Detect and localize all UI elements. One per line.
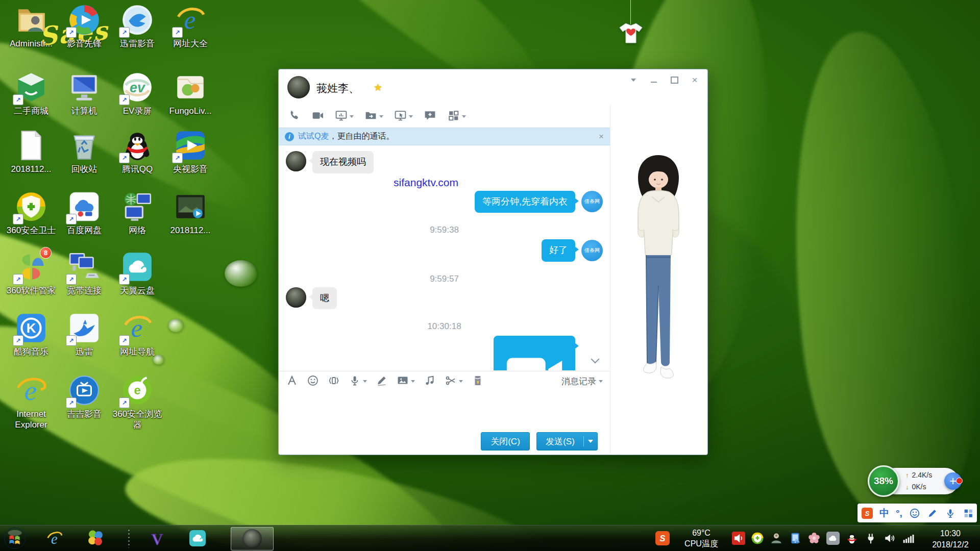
net-speed-widget[interactable]: 38% ↑2.4K/s ↓0K/s +	[868, 465, 962, 497]
more-apps-caret-icon[interactable]	[462, 115, 466, 118]
self-avatar[interactable]: 借条网	[581, 240, 603, 261]
window-shake-button[interactable]	[328, 374, 340, 389]
favorite-star-icon[interactable]	[374, 82, 382, 93]
power-tray-icon[interactable]	[864, 532, 877, 545]
message-bubble[interactable]: 现在视频吗	[312, 151, 374, 173]
desktop-icon-fungo-7[interactable]: FungoLiv...	[164, 70, 216, 117]
taskbar-clock[interactable]: 10:30 2018/12/2	[925, 528, 976, 550]
ime-handwriting-icon[interactable]	[927, 508, 938, 519]
desktop-icon-soft360-16[interactable]: ↗8360软件管家	[5, 250, 57, 296]
ime-emoji-icon[interactable]	[909, 508, 920, 519]
remote-desktop-button[interactable]	[394, 109, 413, 124]
desktop-icon-ie-3[interactable]: e↗网址大全	[164, 3, 216, 49]
ime-voice-icon[interactable]	[945, 508, 956, 519]
font-format-button[interactable]	[286, 374, 298, 389]
minimize-button[interactable]	[648, 75, 659, 85]
desktop-icon-cctv-11[interactable]: ↗央视影音	[164, 129, 216, 175]
desktop-icon-greenBox-4[interactable]: ↗二手商城	[5, 70, 57, 117]
desktop-icon-doc-8[interactable]: 2018112...	[5, 129, 57, 175]
sogou-tray-icon[interactable]: S	[655, 531, 670, 545]
peer-avatar[interactable]	[286, 151, 306, 171]
self-avatar[interactable]: 借条网	[581, 191, 603, 212]
desktop-icon-qq-10[interactable]: ↗腾讯QQ	[111, 129, 163, 175]
send-button-label[interactable]: 发送(S)	[537, 436, 583, 447]
message-history-button[interactable]: 消息记录	[561, 375, 603, 387]
screen-share-caret-icon[interactable]	[350, 115, 354, 118]
desktop-icon-thunderPlay-2[interactable]: ↗迅雷影音	[111, 3, 163, 49]
send-button[interactable]: 发送(S)	[536, 432, 598, 450]
desktop-icon-ie-21[interactable]: e↗网址导航	[111, 311, 163, 358]
desktop-icon-folderUser-0[interactable]: Administr...	[5, 3, 57, 49]
desktop-icon-shield360-12[interactable]: ↗360安全卫士	[5, 190, 57, 236]
red-packet-button[interactable]: ¥	[472, 374, 484, 389]
send-options-caret-icon[interactable]	[584, 440, 597, 443]
announcement-tray-icon[interactable]	[732, 532, 745, 545]
chat-link-text[interactable]: sifangktv.com	[394, 177, 458, 189]
send-file-button[interactable]	[364, 109, 383, 124]
maximize-button[interactable]	[669, 75, 680, 85]
window-menu-caret-icon[interactable]	[628, 75, 639, 85]
phone-assistant-tray-icon[interactable]	[789, 532, 802, 545]
qmai-tip-link[interactable]: 试试Q麦	[298, 131, 329, 142]
cloud-sync-tray-icon[interactable]	[826, 532, 840, 545]
more-apps-button[interactable]	[447, 109, 466, 124]
360-safety-tray-icon[interactable]	[751, 532, 764, 545]
emoticon-button[interactable]	[307, 374, 319, 389]
video-call-button[interactable]	[311, 109, 324, 124]
desktop-icon-ieBig-22[interactable]: eInternet Explorer	[5, 373, 57, 430]
volume-tray-icon[interactable]	[883, 532, 896, 545]
taskbar-active-chat[interactable]	[231, 527, 274, 550]
voice-message-caret-icon[interactable]	[363, 380, 367, 383]
send-image-caret-icon[interactable]	[411, 380, 415, 383]
voice-message-button[interactable]	[349, 374, 367, 389]
desktop-icon-xunlei-20[interactable]: ↗迅雷	[58, 311, 110, 358]
ime-logo-icon[interactable]: S	[862, 508, 873, 519]
start-button[interactable]	[3, 527, 27, 550]
voice-call-button[interactable]	[288, 109, 301, 124]
network-tray-icon[interactable]	[902, 532, 915, 545]
memory-usage-ball[interactable]: 38%	[868, 465, 899, 497]
screen-share-button[interactable]	[335, 109, 354, 124]
ime-mode-chinese[interactable]: 中	[879, 508, 889, 518]
boost-plus-button[interactable]: +	[944, 472, 962, 490]
close-chat-button[interactable]: 关闭(C)	[481, 432, 530, 450]
taskbar-ie[interactable]: e	[45, 529, 64, 548]
desktop-icon-ev-6[interactable]: ev↗EV录屏	[111, 70, 163, 117]
desktop-icon-jiji-23[interactable]: ↗吉吉影音	[58, 373, 110, 420]
desktop-icon-yingyin-1[interactable]: ↗影音先锋	[58, 3, 110, 49]
close-window-button[interactable]	[689, 75, 700, 85]
music-share-button[interactable]	[424, 374, 436, 389]
screenshot-caret-icon[interactable]	[459, 380, 463, 383]
contact-avatar[interactable]	[287, 76, 310, 98]
qq-tray-icon[interactable]	[845, 532, 859, 545]
ime-punctuation[interactable]: °,	[896, 508, 902, 518]
scroll-to-bottom-icon[interactable]	[589, 355, 602, 365]
qq-show-panel[interactable]	[610, 105, 707, 454]
desktop-icon-broadband-17[interactable]: ↗宽带连接	[58, 250, 110, 296]
desktop-icon-baidu-13[interactable]: ↗百度网盘	[58, 190, 110, 236]
desktop-icon-videoThumb-15[interactable]: 2018112...	[164, 190, 216, 236]
ime-keyboard-icon[interactable]	[963, 508, 974, 519]
message-bubble[interactable]: 等两分钟,先穿着内衣	[475, 191, 575, 213]
chat-titlebar[interactable]: 莪姓李、	[279, 69, 707, 105]
send-file-caret-icon[interactable]	[379, 115, 383, 118]
desktop-icon-cloudTeal-18[interactable]: ↗天翼云盘	[111, 250, 163, 296]
flower-app-tray-icon[interactable]	[807, 532, 821, 545]
call-record-bubble[interactable]: 通话时长 28:49	[494, 336, 575, 370]
message-bubble[interactable]: 嗯	[312, 287, 337, 310]
create-group-chat-button[interactable]	[424, 109, 436, 124]
desktop-icon-network-14[interactable]: 网络	[111, 190, 163, 236]
taskbar-sogou-browser[interactable]	[86, 529, 105, 548]
message-bubble[interactable]: 好了	[542, 239, 575, 262]
send-image-button[interactable]	[397, 374, 415, 389]
desktop-icon-kugou-19[interactable]: K↗酷狗音乐	[5, 311, 57, 358]
message-input[interactable]	[279, 391, 610, 427]
assistant-tray-icon[interactable]	[770, 532, 783, 545]
screenshot-button[interactable]	[445, 374, 463, 389]
tip-close-icon[interactable]	[599, 132, 604, 142]
peer-avatar[interactable]	[286, 287, 306, 308]
remote-desktop-caret-icon[interactable]	[409, 115, 413, 118]
taskbar-v-app[interactable]: V	[147, 528, 167, 548]
taskbar-cloud-drive[interactable]	[188, 529, 207, 548]
desktop-icon-se360-24[interactable]: e↗360安全浏览器	[111, 373, 163, 430]
